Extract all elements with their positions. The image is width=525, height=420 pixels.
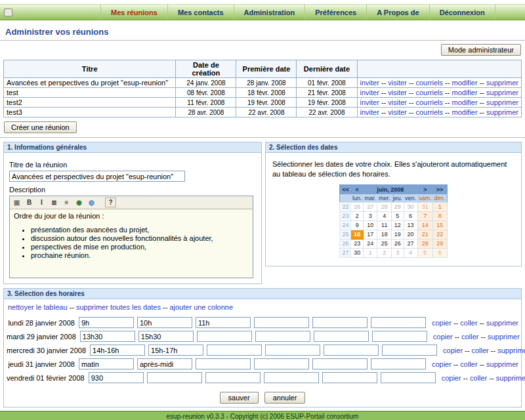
time-slot-input[interactable] bbox=[372, 331, 427, 342]
calendar-day[interactable]: 13 bbox=[404, 220, 417, 230]
cancel-button[interactable]: annuler bbox=[264, 392, 306, 404]
calendar-day[interactable]: 14 bbox=[417, 220, 433, 230]
calendar-day[interactable]: 7 bbox=[417, 211, 433, 220]
meeting-action-courriels[interactable]: courriels bbox=[415, 89, 443, 96]
time-slot-input[interactable] bbox=[371, 317, 426, 328]
create-meeting-button[interactable]: Créer une réunion bbox=[4, 121, 77, 133]
save-button[interactable]: sauver bbox=[220, 392, 259, 404]
schedule-action-supprimer[interactable]: supprimer bbox=[496, 374, 525, 382]
meeting-action-inviter[interactable]: inviter bbox=[360, 79, 379, 87]
schedule-action-copier[interactable]: copier bbox=[432, 360, 452, 368]
time-slot-input[interactable] bbox=[255, 331, 310, 342]
nav-item-deconnexion[interactable]: Déconnexion bbox=[430, 5, 495, 20]
calendar-day[interactable]: 26 bbox=[351, 202, 364, 211]
time-slot-input[interactable] bbox=[265, 345, 320, 356]
calendar-day[interactable]: 5 bbox=[417, 248, 433, 257]
meeting-action-modifier[interactable]: modifier bbox=[452, 108, 478, 116]
calendar-day[interactable]: 29 bbox=[392, 202, 404, 211]
time-slot-input[interactable] bbox=[312, 317, 368, 328]
schedule-action-coller[interactable]: coller bbox=[460, 360, 477, 368]
calendar-day[interactable]: 27 bbox=[363, 202, 377, 211]
time-slot-input[interactable] bbox=[314, 331, 369, 342]
nav-item-mes-reunions[interactable]: Mes réunions bbox=[100, 5, 168, 20]
calendar-day[interactable]: 20 bbox=[404, 230, 417, 239]
calendar-day[interactable]: 28 bbox=[377, 202, 392, 211]
time-slot-input[interactable] bbox=[196, 317, 251, 328]
help-button[interactable]: ? bbox=[105, 198, 116, 207]
schedule-action-supprimer[interactable]: supprimer bbox=[486, 360, 518, 368]
calendar-day[interactable]: 30 bbox=[404, 202, 417, 211]
meeting-action-visiter[interactable]: visiter bbox=[388, 79, 407, 87]
meeting-action-visiter[interactable]: visiter bbox=[388, 89, 407, 96]
time-slot-input[interactable] bbox=[254, 358, 309, 369]
html-source-icon[interactable]: ▣ bbox=[11, 198, 22, 207]
calendar-day[interactable]: 28 bbox=[417, 239, 433, 248]
calendar-day[interactable]: 16 bbox=[351, 230, 364, 239]
meeting-action-modifier[interactable]: modifier bbox=[452, 89, 478, 96]
time-slot-input[interactable] bbox=[371, 358, 426, 369]
time-slot-input[interactable] bbox=[89, 372, 144, 383]
calendar-day[interactable]: 4 bbox=[377, 211, 392, 220]
time-slot-input[interactable] bbox=[147, 372, 202, 383]
calendar-day[interactable]: 31 bbox=[417, 202, 433, 211]
time-slot-input[interactable] bbox=[205, 372, 261, 383]
cal-next-year-button[interactable]: >> bbox=[433, 184, 448, 194]
calendar-day[interactable]: 24 bbox=[363, 239, 377, 248]
schedule-action-supprimer[interactable]: supprimer bbox=[497, 346, 525, 354]
calendar-day[interactable]: 19 bbox=[392, 230, 404, 239]
nav-item-a-propos-de[interactable]: A Propos de bbox=[367, 5, 429, 20]
calendar-day[interactable]: 17 bbox=[363, 230, 377, 239]
time-slot-input[interactable] bbox=[137, 358, 192, 369]
schedule-action-copier[interactable]: copier bbox=[443, 346, 463, 354]
calendar-day[interactable]: 25 bbox=[377, 239, 392, 248]
time-slot-input[interactable] bbox=[264, 372, 319, 383]
schedule-action-coller[interactable]: coller bbox=[472, 346, 489, 354]
ordered-list-button[interactable]: ≣ bbox=[49, 198, 60, 207]
time-slot-input[interactable] bbox=[322, 372, 377, 383]
time-slot-input[interactable] bbox=[207, 345, 262, 356]
schedule-action-coller[interactable]: coller bbox=[461, 333, 478, 341]
time-slot-input[interactable] bbox=[324, 345, 379, 356]
time-slot-input[interactable] bbox=[79, 358, 134, 369]
calendar-day[interactable]: 8 bbox=[433, 211, 448, 220]
calendar-day[interactable]: 22 bbox=[433, 230, 448, 239]
calendar-day[interactable]: 3 bbox=[363, 211, 377, 220]
bullet-list-button[interactable]: ≡ bbox=[61, 198, 72, 207]
calendar-day[interactable]: 9 bbox=[351, 220, 364, 230]
time-slot-input[interactable] bbox=[79, 317, 134, 328]
calendar-day[interactable]: 29 bbox=[433, 239, 448, 248]
calendar-day[interactable]: 2 bbox=[377, 248, 392, 257]
meeting-action-modifier[interactable]: modifier bbox=[452, 98, 478, 106]
cal-prev-month-button[interactable]: < bbox=[351, 184, 364, 194]
admin-mode-button[interactable]: Mode administrateur bbox=[441, 44, 521, 56]
meeting-action-supprimer[interactable]: supprimer bbox=[486, 108, 518, 116]
schedule-action-coller[interactable]: coller bbox=[460, 319, 477, 327]
meeting-action-inviter[interactable]: inviter bbox=[360, 98, 379, 106]
calendar-day[interactable]: 10 bbox=[363, 220, 377, 230]
calendar-day[interactable]: 1 bbox=[363, 248, 377, 257]
calendar-day[interactable]: 11 bbox=[377, 220, 392, 230]
schedule-tool-supprimer-toutes-les-dates[interactable]: supprimer toutes les dates bbox=[76, 303, 161, 311]
meeting-action-inviter[interactable]: inviter bbox=[360, 108, 379, 116]
insert-link-button[interactable]: ◉ bbox=[74, 198, 85, 207]
meeting-action-inviter[interactable]: inviter bbox=[360, 89, 379, 96]
schedule-action-copier[interactable]: copier bbox=[442, 374, 461, 382]
bold-button[interactable]: B bbox=[24, 198, 35, 207]
calendar-day[interactable]: 21 bbox=[417, 230, 433, 239]
calendar-day[interactable]: 26 bbox=[392, 239, 404, 248]
time-slot-input[interactable] bbox=[90, 345, 145, 356]
nav-item-mes-contacts[interactable]: Mes contacts bbox=[168, 5, 234, 20]
nav-item-preferences[interactable]: Préférences bbox=[305, 5, 367, 20]
meeting-action-courriels[interactable]: courriels bbox=[415, 79, 443, 87]
calendar-day[interactable]: 12 bbox=[392, 220, 404, 230]
meeting-action-courriels[interactable]: courriels bbox=[415, 108, 443, 116]
time-slot-input[interactable] bbox=[148, 345, 203, 356]
time-slot-input[interactable] bbox=[197, 331, 252, 342]
time-slot-input[interactable] bbox=[137, 317, 192, 328]
meeting-action-courriels[interactable]: courriels bbox=[415, 98, 443, 106]
meeting-action-modifier[interactable]: modifier bbox=[452, 79, 478, 87]
meeting-action-supprimer[interactable]: supprimer bbox=[486, 79, 518, 87]
cal-next-month-button[interactable]: > bbox=[417, 184, 433, 194]
time-slot-input[interactable] bbox=[381, 372, 436, 383]
calendar-day[interactable]: 30 bbox=[351, 248, 364, 257]
